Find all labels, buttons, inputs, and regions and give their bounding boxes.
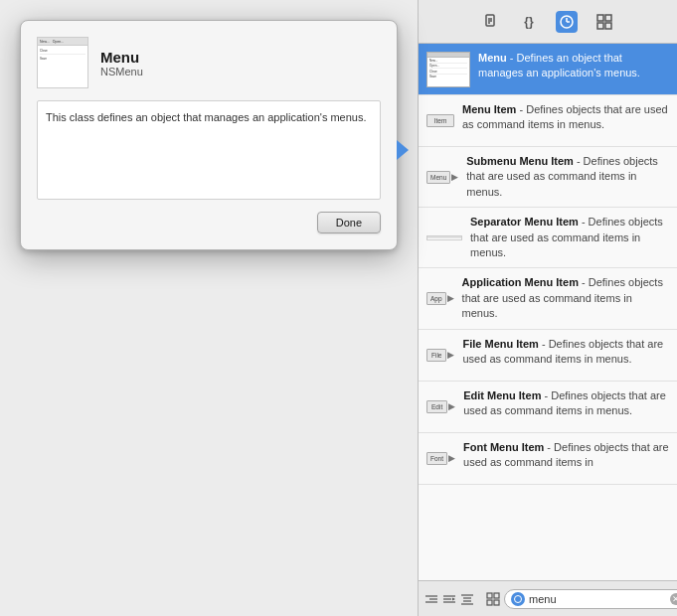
list-item[interactable]: App ▶ Application Menu Item - Defines ob… [419, 268, 677, 329]
right-toolbar: {} [419, 0, 677, 44]
left-panel: New... Open... Close Save Menu NSMenu Th… [0, 0, 418, 616]
grid-tab-icon[interactable] [593, 11, 615, 33]
popup-icon: New... Open... Close Save [37, 37, 88, 88]
separator-item-name: Separator Menu Item [470, 216, 579, 228]
arrow-connector [397, 140, 409, 160]
search-clear-icon[interactable]: ✕ [670, 593, 677, 605]
search-icon [511, 592, 525, 606]
popup-header: New... Open... Close Save Menu NSMenu [37, 37, 381, 88]
submenu-item-name: Submenu Menu Item [466, 155, 574, 167]
submenu-item-content: Submenu Menu Item - Defines objects that… [466, 154, 669, 200]
svg-rect-8 [605, 15, 611, 21]
popup-footer: Done [37, 212, 381, 233]
menu-item-preview: Item [426, 114, 454, 127]
svg-rect-10 [605, 23, 611, 29]
svg-rect-24 [494, 600, 499, 605]
app-menu-item-name: Application Menu Item [462, 276, 579, 288]
search-container: ✕ [504, 589, 677, 609]
edit-menu-item-name: Edit Menu Item [463, 389, 541, 401]
edit-menu-item-content: Edit Menu Item - Defines objects that ar… [463, 388, 669, 419]
menu-item-content: Menu - Defines an object that manages an… [478, 51, 669, 81]
list-item[interactable]: Edit ▶ Edit Menu Item - Defines objects … [419, 382, 677, 433]
popup-title: Menu [100, 49, 143, 66]
indent-right-icon[interactable] [442, 589, 456, 609]
list-item[interactable]: New... Open... Close Save Menu - Defines… [419, 44, 677, 95]
separator-preview [426, 235, 462, 240]
svg-rect-21 [487, 593, 492, 598]
menu-item-name: Menu [478, 52, 507, 64]
search-input[interactable] [529, 593, 666, 605]
document-tab-icon[interactable] [480, 11, 502, 33]
separator-item-content: Separator Menu Item - Defines objects th… [470, 215, 669, 260]
list-item[interactable]: Menu ▶ Submenu Menu Item - Defines objec… [419, 147, 677, 208]
svg-rect-22 [494, 593, 499, 598]
menu-item-item-name: Menu Item [462, 103, 516, 115]
menu-preview-icon: New... Open... Close Save [426, 52, 470, 87]
list-container: New... Open... Close Save Menu - Defines… [419, 44, 677, 580]
list-item[interactable]: File ▶ File Menu Item - Defines objects … [419, 330, 677, 382]
bottom-bar: ✕ [419, 580, 677, 616]
svg-rect-9 [597, 23, 603, 29]
indent-both-icon[interactable] [460, 589, 474, 609]
list-item[interactable]: Item Menu Item - Defines objects that ar… [419, 95, 677, 147]
done-button[interactable]: Done [317, 212, 381, 233]
app-menu-item-content: Application Menu Item - Defines objects … [462, 275, 669, 321]
font-menu-item-name: Font Menu Item [463, 441, 544, 453]
right-panel: {} New... Open... [418, 0, 677, 616]
braces-tab-icon[interactable]: {} [518, 11, 540, 33]
file-menu-item-content: File Menu Item - Defines objects that ar… [462, 337, 669, 368]
font-menu-item-content: Font Menu Item - Defines objects that ar… [463, 440, 669, 471]
file-menu-item-name: File Menu Item [462, 338, 538, 350]
indent-left-icon[interactable] [424, 589, 438, 609]
grid-view-icon[interactable] [486, 589, 500, 609]
menu-item-item-content: Menu Item - Defines objects that are use… [462, 102, 669, 133]
list-item[interactable]: Font ▶ Font Menu Item - Defines objects … [419, 433, 677, 485]
popup-dialog: New... Open... Close Save Menu NSMenu Th… [20, 20, 398, 250]
clock-tab-icon[interactable] [556, 11, 578, 33]
svg-rect-7 [597, 15, 603, 21]
list-item[interactable]: Separator Menu Item - Defines objects th… [419, 208, 677, 268]
popup-title-area: Menu NSMenu [100, 49, 143, 77]
popup-subtitle: NSMenu [100, 66, 143, 77]
svg-rect-23 [487, 600, 492, 605]
popup-description: This class defines an object that manage… [37, 100, 381, 200]
